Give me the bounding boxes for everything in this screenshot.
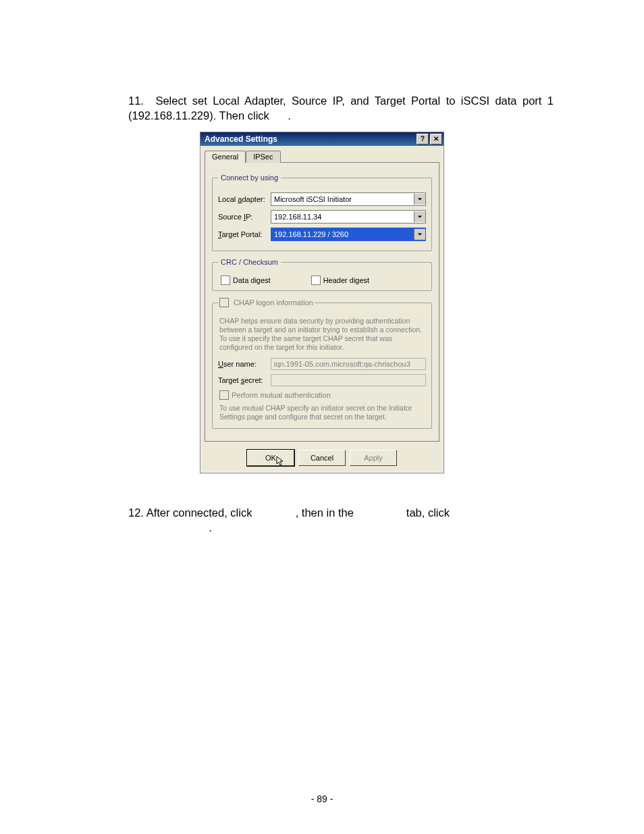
target-portal-row: Target Portal: 192.168.11.229 / 3260: [218, 228, 426, 241]
source-ip-label: Source IP:: [218, 213, 271, 221]
data-digest-checkbox[interactable]: Data digest: [221, 276, 271, 285]
tab-strip: General IPSec: [200, 146, 444, 162]
advanced-settings-dialog: Advanced Settings ? ✕ General IPSec Conn…: [200, 132, 444, 473]
target-portal-value: 192.168.11.229 / 3260: [274, 230, 414, 238]
user-name-field: iqn.1991-05.com.microsoft:qa-chrischou3: [271, 358, 426, 370]
data-digest-label: Data digest: [233, 276, 271, 284]
checkbox-icon: [221, 276, 230, 285]
target-portal-label: Target Portal:: [218, 230, 271, 238]
target-secret-u: s: [241, 376, 245, 384]
instruction-12-blank-1: [255, 506, 292, 519]
dialog-title: Advanced Settings: [205, 134, 415, 144]
apply-button: Apply: [350, 450, 397, 466]
source-ip-row: Source IP: 192.168.11.34: [218, 210, 426, 224]
checkbox-icon: [311, 276, 321, 285]
connect-by-using-group: Connect by using Local adapter: Microsof…: [212, 174, 432, 251]
local-adapter-value: Microsoft iSCSI Initiator: [274, 195, 414, 203]
instruction-11-ok: [272, 109, 284, 122]
ok-button[interactable]: OK: [247, 450, 294, 466]
instruction-12-text-b: , then in the: [296, 506, 357, 519]
chap-description: CHAP helps ensure data security by provi…: [219, 317, 425, 353]
chap-legend: CHAP logon information: [218, 298, 315, 307]
source-ip-u: I: [244, 213, 246, 221]
apply-button-label: Apply: [364, 454, 383, 462]
close-icon: ✕: [433, 136, 439, 142]
tab-general-label: General: [212, 153, 238, 161]
chap-legend-label: CHAP logon information: [232, 298, 313, 307]
user-name-label: User name:: [218, 360, 271, 368]
cursor-icon: [276, 456, 287, 467]
header-digest-label: Header digest: [323, 276, 370, 284]
target-portal-u: T: [218, 230, 222, 238]
dialog-buttons: OK Cancel Apply: [200, 446, 444, 473]
instruction-11-number: 11.: [128, 93, 150, 108]
instruction-12: 12. After connected, click , then in the…: [128, 505, 554, 536]
close-button[interactable]: ✕: [430, 134, 442, 145]
perform-mutual-u: P: [232, 391, 236, 399]
instruction-11-text-b: .: [288, 109, 291, 122]
crc-checksum-group: CRC / Checksum Data digest Header digest: [212, 258, 432, 291]
target-secret-row: Target secret:: [218, 374, 426, 386]
instruction-12-text-d: .: [209, 521, 212, 533]
instruction-11-text-a: Select set Local Adapter, Source IP, and…: [128, 95, 554, 122]
cancel-button[interactable]: Cancel: [298, 450, 346, 466]
target-secret-field: [271, 374, 426, 386]
page-number: - 89 -: [0, 793, 644, 804]
instruction-11: 11. Select set Local Adapter, Source IP,…: [128, 93, 554, 124]
chap-logon-checkbox[interactable]: CHAP logon information: [219, 298, 313, 307]
tab-ipsec-label: IPSec: [253, 153, 273, 161]
header-digest-u: H: [323, 276, 329, 284]
instruction-12-number: 12.: [128, 506, 144, 519]
header-digest-checkbox[interactable]: Header digest: [311, 276, 370, 285]
chap-legend-u: C: [234, 298, 239, 307]
checkbox-icon: [219, 298, 229, 307]
cancel-button-label: Cancel: [311, 454, 333, 462]
source-ip-value: 192.168.11.34: [274, 213, 414, 221]
instruction-12-text-c: tab, click: [406, 506, 450, 519]
data-digest-u: D: [233, 276, 238, 284]
mutual-chap-note: To use mutual CHAP specify an initiator …: [219, 404, 425, 421]
checkbox-icon: [219, 390, 229, 400]
ok-button-label: OK: [265, 454, 276, 462]
local-adapter-combo[interactable]: Microsoft iSCSI Initiator: [271, 192, 426, 206]
local-adapter-label: Local adapter:: [218, 195, 271, 203]
user-name-u: U: [218, 360, 223, 368]
crc-checksum-legend: CRC / Checksum: [218, 258, 281, 266]
titlebar[interactable]: Advanced Settings ? ✕: [200, 132, 444, 146]
chevron-down-icon: [414, 211, 425, 222]
tab-panel-general: Connect by using Local adapter: Microsof…: [205, 162, 439, 442]
source-ip-combo[interactable]: 192.168.11.34: [271, 210, 426, 224]
user-name-row: User name: iqn.1991-05.com.microsoft:qa-…: [218, 358, 426, 370]
user-name-value: iqn.1991-05.com.microsoft:qa-chrischou3: [274, 360, 410, 368]
target-secret-label: Target secret:: [218, 376, 271, 384]
chap-logon-group: CHAP logon information CHAP helps ensure…: [212, 298, 432, 429]
tab-general[interactable]: General: [205, 151, 246, 163]
help-button[interactable]: ?: [417, 134, 429, 145]
tab-ipsec[interactable]: IPSec: [246, 151, 280, 163]
instruction-12-text-a: After connected, click: [146, 506, 255, 519]
perform-mutual-label: Perform mutual authentication: [232, 391, 331, 399]
local-adapter-u: a: [238, 195, 242, 203]
chevron-down-icon: [414, 229, 425, 240]
chevron-down-icon: [414, 194, 425, 205]
help-icon: ?: [421, 136, 425, 142]
target-portal-combo[interactable]: 192.168.11.229 / 3260: [271, 228, 426, 241]
local-adapter-row: Local adapter: Microsoft iSCSI Initiator: [218, 192, 426, 206]
connect-by-using-legend: Connect by using: [218, 174, 281, 182]
perform-mutual-checkbox: Perform mutual authentication: [219, 390, 425, 400]
instruction-12-blank-2: [356, 506, 403, 519]
